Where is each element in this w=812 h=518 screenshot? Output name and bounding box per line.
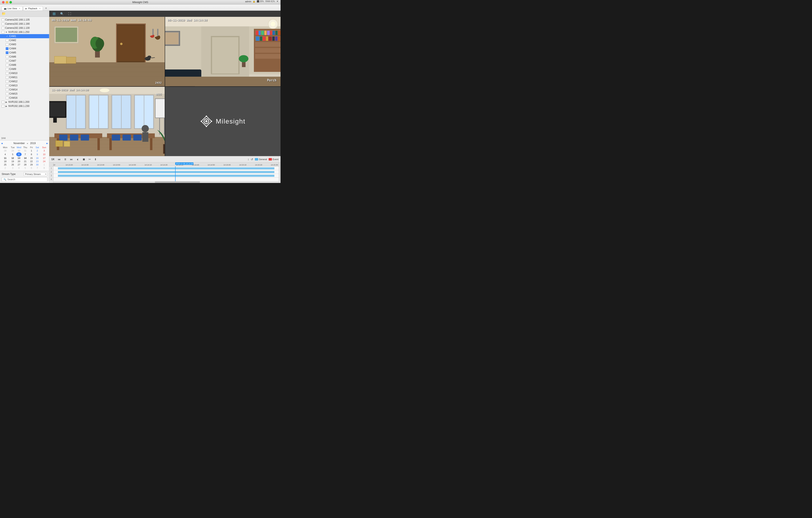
calendar-day-16[interactable]: 16 [34, 157, 40, 160]
cam11-checkbox[interactable] [6, 76, 8, 79]
calendar-day-11[interactable]: 11 [1, 157, 9, 160]
grid-layout-button[interactable]: ⊞ [51, 11, 57, 17]
calendar-day-6[interactable]: 6 [29, 166, 34, 170]
calendar-day-17[interactable]: 17 [40, 157, 48, 160]
tree-item-cam135[interactable]: Camera192.168.1.135 [0, 18, 49, 22]
tab-live-view[interactable]: 📷 Live View ✕ [2, 6, 23, 10]
calendar-day-27[interactable]: 27 [16, 163, 22, 166]
tab-live-view-close[interactable]: ✕ [19, 7, 20, 10]
tree-item-cam5[interactable]: CAM5 [0, 51, 49, 55]
calendar-day-4[interactable]: 4 [16, 166, 22, 170]
calendar-day-3[interactable]: 3 [9, 166, 16, 170]
cam8-checkbox[interactable] [6, 64, 8, 66]
cam7-checkbox[interactable] [6, 60, 8, 62]
playback-pause-button[interactable]: ⏸ [63, 157, 67, 161]
calendar-day-29[interactable]: 29 [9, 149, 16, 152]
playback-stop-button[interactable]: ⏹ [82, 157, 86, 161]
playback-download-button[interactable]: ⬇ [93, 157, 97, 161]
tree-item-cam16[interactable]: CAM16 [0, 96, 49, 100]
calendar-day-9[interactable]: 9 [34, 152, 40, 157]
nvr200-checkbox[interactable] [2, 101, 4, 103]
cam130-checkbox[interactable] [2, 27, 4, 29]
calendar-day-7[interactable]: 7 [34, 166, 40, 170]
stream-type-select[interactable]: Primary Stream Secondary Stream [24, 172, 48, 176]
playback-next-button[interactable]: ⏭ [69, 157, 74, 161]
timeline-scroll-thumb[interactable] [155, 181, 200, 183]
calendar-day-28[interactable]: 28 [1, 149, 9, 152]
cam6-checkbox[interactable] [6, 55, 8, 58]
maximize-button[interactable] [9, 1, 12, 3]
search-input[interactable] [7, 178, 46, 181]
tree-item-cam2[interactable]: CAM2 [0, 38, 49, 42]
tree-item-cam12[interactable]: CAM12 [0, 79, 49, 83]
tree-item-cam6[interactable]: CAM6 [0, 55, 49, 59]
calendar-day-21[interactable]: 21 [22, 160, 29, 163]
calendar-day-8[interactable]: 8 [40, 166, 48, 170]
fit-screen-button[interactable]: ⛶ [67, 12, 72, 16]
cam135-checkbox[interactable] [2, 19, 4, 21]
calendar-day-22[interactable]: 22 [29, 160, 34, 163]
cam1-checkbox[interactable] [6, 35, 8, 37]
calendar-day-30[interactable]: 30 [16, 149, 22, 152]
sync-icon[interactable]: ↕ [248, 158, 249, 161]
tree-item-cam130[interactable]: Camera192.168.1.130 [0, 26, 49, 30]
tree-item-cam10[interactable]: CAM10 [0, 71, 49, 75]
calendar-next-button[interactable]: ● [46, 142, 48, 145]
timeline-content[interactable]: 2019-11-06 14:14:38 3:10 14:13:20 14:13:… [53, 162, 279, 183]
calendar-day-4[interactable]: 4 [1, 152, 9, 157]
tree-item-cam9[interactable]: CAM9 [0, 67, 49, 71]
tree-item-nvr250[interactable]: ▼ NVR192.168.1.250 [0, 30, 49, 34]
timeline-track-4[interactable] [53, 178, 279, 181]
playback-rewind-button[interactable]: ⏴ [76, 157, 80, 161]
zoom-in-button[interactable]: 🔍 [59, 12, 65, 16]
nvr250-checkbox[interactable] [2, 31, 4, 33]
timeline-track-2[interactable] [53, 170, 279, 174]
cam5-checkbox[interactable] [6, 51, 8, 54]
cam9-checkbox[interactable] [6, 68, 8, 71]
calendar-day-15[interactable]: 15 [29, 157, 34, 160]
timeline-right-scrollbar[interactable] [279, 162, 281, 183]
calendar-day-2[interactable]: 2 [34, 149, 40, 152]
calendar-day-23[interactable]: 23 [34, 160, 40, 163]
timeline-track-1[interactable] [53, 166, 279, 170]
calendar-prev-button[interactable]: ● [1, 142, 3, 145]
calendar-day-20[interactable]: 20 [16, 160, 22, 163]
cam12-checkbox[interactable] [6, 80, 8, 83]
tree-item-cam3[interactable]: CAM3 [0, 42, 49, 47]
tree-item-cam190[interactable]: Camera192.168.1.190 [0, 22, 49, 26]
cam2-checkbox[interactable] [6, 39, 8, 42]
add-tab-button[interactable]: + [44, 6, 49, 10]
nvr230-expand-icon[interactable]: ▶ [5, 105, 8, 107]
tab-playback-close[interactable]: ✕ [39, 7, 41, 10]
calendar-day-25[interactable]: 25 [1, 163, 9, 166]
timeline-track-3[interactable] [53, 174, 279, 178]
nvr250-expand-icon[interactable]: ▼ [5, 31, 8, 33]
tree-item-cam7[interactable]: CAM7 [0, 59, 49, 63]
refresh-icon[interactable]: ↺ [251, 158, 253, 161]
calendar-day-1[interactable]: 1 [40, 163, 48, 166]
calendar-day-31[interactable]: 31 [22, 149, 29, 152]
tree-item-cam4[interactable]: CAM4 [0, 47, 49, 51]
cam13-checkbox[interactable] [6, 84, 8, 87]
tab-playback[interactable]: ▶ Playback ✕ [23, 6, 43, 10]
calendar-day-13[interactable]: 13 [16, 157, 22, 160]
nvr230-checkbox[interactable] [2, 105, 4, 108]
tree-item-cam11[interactable]: CAM11 [0, 75, 49, 79]
minimize-button[interactable] [6, 1, 8, 3]
cam4-checkbox[interactable] [6, 47, 8, 50]
calendar-day-5[interactable]: 5 [22, 166, 29, 170]
calendar-day-7[interactable]: 7 [22, 152, 29, 157]
close-button[interactable] [2, 1, 4, 3]
tree-item-cam8[interactable]: CAM8 [0, 63, 49, 67]
calendar-day-29[interactable]: 29 [29, 163, 34, 166]
tree-item-cam1[interactable]: CAM1 [0, 34, 49, 38]
calendar-day-3[interactable]: 3 [40, 149, 48, 152]
calendar-day-18[interactable]: 18 [1, 160, 9, 163]
calendar-day-24[interactable]: 24 [40, 160, 48, 163]
tree-item-cam13[interactable]: CAM13 [0, 83, 49, 87]
playback-clip-button[interactable]: ✂ [88, 157, 92, 161]
nvr200-expand-icon[interactable]: ▶ [5, 101, 8, 103]
tree-item-nvr200[interactable]: ▶ NVR192.168.1.200 [0, 100, 49, 104]
calendar-day-5[interactable]: 5 [9, 152, 16, 157]
tree-item-nvr230[interactable]: ▶ NVR192.168.1.230 [0, 104, 49, 108]
